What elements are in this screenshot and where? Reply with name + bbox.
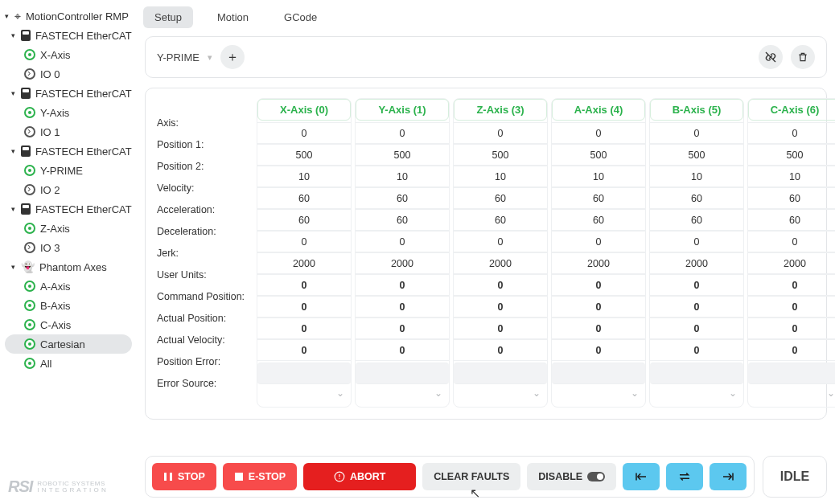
axis-cell[interactable]: 500 xyxy=(257,144,351,166)
axis-cell[interactable]: 0 xyxy=(257,122,351,144)
stop-button[interactable]: STOP xyxy=(152,463,216,490)
axis-cell[interactable]: 0 xyxy=(552,122,645,144)
axis-cell[interactable]: 0 xyxy=(650,231,743,252)
axis-cell[interactable]: 0 xyxy=(650,318,743,339)
axis-cell[interactable]: 0 xyxy=(454,274,547,296)
axis-cell[interactable]: 10 xyxy=(552,166,645,187)
axis-cell[interactable]: 2000 xyxy=(356,252,449,274)
axis-cell[interactable]: 0 xyxy=(356,339,449,361)
expand-toggle[interactable]: ⌄ xyxy=(356,384,449,402)
axis-header[interactable]: B-Axis (5) xyxy=(650,99,743,121)
axis-cell[interactable]: 0 xyxy=(257,231,351,252)
axis-cell[interactable]: 0 xyxy=(552,274,645,296)
axis-cell[interactable]: 10 xyxy=(257,166,351,187)
go-end-button[interactable] xyxy=(710,463,747,490)
axis-cell[interactable]: 60 xyxy=(552,209,645,231)
add-button[interactable]: ＋ xyxy=(220,45,245,69)
tab-setup[interactable]: Setup xyxy=(143,6,193,28)
tree-group[interactable]: ▾FASTECH EtherCAT xyxy=(0,26,137,45)
tree-axis-item[interactable]: Y-PRIME xyxy=(0,161,137,180)
axis-cell[interactable]: 2000 xyxy=(552,252,645,274)
axis-cell[interactable]: 0 xyxy=(257,318,351,339)
tree-axis-item[interactable]: X-Axis xyxy=(0,45,137,64)
axis-cell[interactable]: 500 xyxy=(650,144,743,166)
tree-io-item[interactable]: IO 2 xyxy=(0,180,137,199)
axis-cell[interactable]: 60 xyxy=(356,209,449,231)
axis-cell[interactable]: 0 xyxy=(552,339,645,361)
axis-cell[interactable]: 0 xyxy=(356,122,449,144)
axis-cell[interactable]: 0 xyxy=(748,274,835,296)
error-source-cell[interactable] xyxy=(552,363,645,384)
axis-cell[interactable]: 0 xyxy=(552,296,645,318)
disable-button[interactable]: DISABLE xyxy=(527,463,616,490)
tree-group[interactable]: ▾FASTECH EtherCAT xyxy=(0,141,137,161)
axis-cell[interactable]: 0 xyxy=(552,318,645,339)
tree-root[interactable]: ▾ ⌖ MotionController RMP xyxy=(0,6,137,26)
tree-axis-item[interactable]: C-Axis xyxy=(0,315,137,334)
axis-header[interactable]: Z-Axis (3) xyxy=(454,99,547,121)
axis-cell[interactable]: 2000 xyxy=(748,252,835,274)
axis-cell[interactable]: 500 xyxy=(454,144,547,166)
axis-header[interactable]: C-Axis (6) xyxy=(748,99,835,121)
axis-cell[interactable]: 0 xyxy=(748,339,835,361)
axis-header[interactable]: X-Axis (0) xyxy=(257,99,351,121)
axis-cell[interactable]: 0 xyxy=(356,231,449,252)
expand-toggle[interactable]: ⌄ xyxy=(552,384,645,402)
tree-axis-item[interactable]: All xyxy=(0,354,137,373)
tree-io-item[interactable]: IO 1 xyxy=(0,122,137,141)
repeat-button[interactable] xyxy=(666,463,703,490)
error-source-cell[interactable] xyxy=(748,363,835,384)
axis-cell[interactable]: 60 xyxy=(257,187,351,209)
axis-cell[interactable]: 0 xyxy=(650,339,743,361)
expand-toggle[interactable]: ⌄ xyxy=(257,384,351,402)
axis-cell[interactable]: 60 xyxy=(748,209,835,231)
tree-axis-item[interactable]: Z-Axis xyxy=(0,219,137,238)
axis-cell[interactable]: 2000 xyxy=(257,252,351,274)
tree-io-item[interactable]: IO 0 xyxy=(0,64,137,84)
axis-cell[interactable]: 2000 xyxy=(650,252,743,274)
axis-cell[interactable]: 60 xyxy=(454,209,547,231)
tree-axis-item[interactable]: A-Axis xyxy=(0,277,137,296)
axis-cell[interactable]: 10 xyxy=(650,166,743,187)
tree-axis-item[interactable]: B-Axis xyxy=(0,296,137,315)
expand-toggle[interactable]: ⌄ xyxy=(650,384,743,402)
axis-cell[interactable]: 10 xyxy=(454,166,547,187)
tree-group[interactable]: ▾👻Phantom Axes xyxy=(0,257,137,277)
axis-cell[interactable]: 0 xyxy=(454,339,547,361)
axis-cell[interactable]: 0 xyxy=(454,296,547,318)
tree-group[interactable]: ▾FASTECH EtherCAT xyxy=(0,84,137,103)
axis-cell[interactable]: 0 xyxy=(748,318,835,339)
error-source-cell[interactable] xyxy=(454,363,547,384)
tree-group[interactable]: ▾FASTECH EtherCAT xyxy=(0,199,137,219)
axis-cell[interactable]: 60 xyxy=(257,209,351,231)
axis-cell[interactable]: 500 xyxy=(356,144,449,166)
axis-cell[interactable]: 0 xyxy=(552,231,645,252)
axis-cell[interactable]: 0 xyxy=(748,296,835,318)
axis-cell[interactable]: 0 xyxy=(454,122,547,144)
axis-cell[interactable]: 60 xyxy=(356,187,449,209)
axis-header[interactable]: A-Axis (4) xyxy=(552,99,645,121)
axis-cell[interactable]: 0 xyxy=(356,274,449,296)
axis-header[interactable]: Y-Axis (1) xyxy=(356,99,449,121)
estop-button[interactable]: E-STOP xyxy=(223,463,297,490)
expand-toggle[interactable]: ⌄ xyxy=(748,384,835,402)
axis-cell[interactable]: 0 xyxy=(454,318,547,339)
error-source-cell[interactable] xyxy=(650,363,743,384)
name-chip[interactable]: Y-PRIME ▾ xyxy=(157,51,212,64)
error-source-cell[interactable] xyxy=(356,363,449,384)
axis-cell[interactable]: 500 xyxy=(552,144,645,166)
tab-motion[interactable]: Motion xyxy=(206,6,260,28)
clear-faults-button[interactable]: CLEAR FAULTS xyxy=(422,463,520,490)
axis-cell[interactable]: 0 xyxy=(650,122,743,144)
tree-axis-item[interactable]: Y-Axis xyxy=(0,103,137,122)
axis-cell[interactable]: 0 xyxy=(257,296,351,318)
axis-cell[interactable]: 0 xyxy=(650,296,743,318)
error-source-cell[interactable] xyxy=(257,363,351,384)
expand-toggle[interactable]: ⌄ xyxy=(454,384,547,402)
axis-cell[interactable]: 60 xyxy=(552,187,645,209)
axis-cell[interactable]: 0 xyxy=(748,122,835,144)
tree-axis-item[interactable]: Cartesian xyxy=(5,334,132,354)
tree-io-item[interactable]: IO 3 xyxy=(0,238,137,257)
axis-cell[interactable]: 60 xyxy=(650,187,743,209)
axis-cell[interactable]: 0 xyxy=(257,274,351,296)
